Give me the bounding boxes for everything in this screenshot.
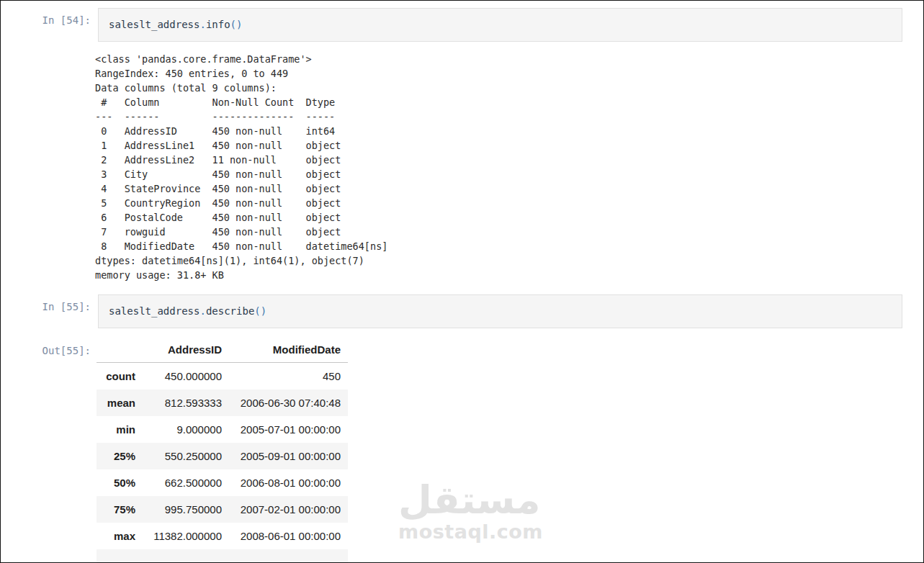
- cell-value: 995.750000: [143, 496, 229, 523]
- row-index: 75%: [97, 496, 143, 523]
- output-area-55: Out[55]: AddressID ModifiedDate count 45…: [1, 338, 923, 563]
- input-prompt-55: In [55]:: [1, 294, 98, 312]
- cell-value: 550.250000: [143, 443, 229, 469]
- code-method: info: [206, 19, 230, 30]
- cell-value: 2006-06-30 07:40:48: [229, 389, 348, 416]
- cell-value: 450.000000: [143, 363, 229, 390]
- table-header-row: AddressID ModifiedDate: [97, 338, 348, 363]
- row-index: mean: [97, 389, 143, 416]
- table-row: 75% 995.750000 2007-02-01 00:00:00: [97, 496, 348, 523]
- code-method: describe: [206, 305, 254, 317]
- row-index: count: [97, 363, 143, 390]
- input-prompt-54: In [54]:: [1, 8, 98, 26]
- code-dot-operator: .: [199, 305, 205, 317]
- row-index: 25%: [97, 443, 143, 469]
- code-parens: (): [254, 305, 266, 317]
- table-row: count 450.000000 450: [97, 363, 348, 390]
- index-column-header: [97, 338, 143, 363]
- code-cell-54: In [54]: saleslt_address.info(): [1, 8, 923, 42]
- table-row: 25% 550.250000 2005-09-01 00:00:00: [97, 443, 348, 469]
- code-object: saleslt_address: [109, 305, 199, 317]
- cell-value: 9.000000: [143, 416, 229, 443]
- code-editor-54[interactable]: saleslt_address.info(): [98, 8, 902, 42]
- cell-value: 2005-07-01 00:00:00: [229, 416, 348, 443]
- row-index: 50%: [97, 469, 143, 496]
- notebook-frame: In [54]: saleslt_address.info() <class '…: [0, 0, 924, 563]
- code-object: saleslt_address: [109, 19, 199, 30]
- row-index: max: [97, 523, 143, 549]
- cell-value: 450: [229, 363, 348, 390]
- cell-value: 2007-02-01 00:00:00: [229, 496, 348, 523]
- column-header-addressid: AddressID: [143, 338, 229, 363]
- cell-value: 812.593333: [143, 389, 229, 416]
- table-row: min 9.000000 2005-07-01 00:00:00: [97, 416, 348, 443]
- cell-value: 2005-09-01 00:00:00: [229, 443, 348, 469]
- table-row: 50% 662.500000 2006-08-01 00:00:00: [97, 469, 348, 496]
- clipped-row-stripe: [97, 549, 348, 563]
- code-dot-operator: .: [199, 19, 205, 30]
- row-index: min: [97, 416, 143, 443]
- code-parens: (): [230, 19, 243, 30]
- code-cell-55: In [55]: saleslt_address.describe(): [1, 294, 923, 328]
- code-editor-55[interactable]: saleslt_address.describe(): [98, 294, 902, 328]
- cell-value: 2008-06-01 00:00:00: [229, 523, 348, 549]
- dataframe-info-output: <class 'pandas.core.frame.DataFrame'> Ra…: [95, 52, 923, 282]
- cell-value: 662.500000: [143, 469, 229, 496]
- cell-value: 2006-08-01 00:00:00: [229, 469, 348, 496]
- cell-value: 11382.000000: [143, 523, 229, 549]
- output-prompt-55: Out[55]:: [1, 338, 98, 356]
- column-header-modifieddate: ModifiedDate: [229, 338, 348, 363]
- table-row-clipped: [97, 549, 348, 563]
- describe-table-container: AddressID ModifiedDate count 450.000000 …: [98, 338, 348, 563]
- table-row: mean 812.593333 2006-06-30 07:40:48: [97, 389, 348, 416]
- table-row: max 11382.000000 2008-06-01 00:00:00: [97, 523, 348, 549]
- describe-table: AddressID ModifiedDate count 450.000000 …: [97, 338, 348, 563]
